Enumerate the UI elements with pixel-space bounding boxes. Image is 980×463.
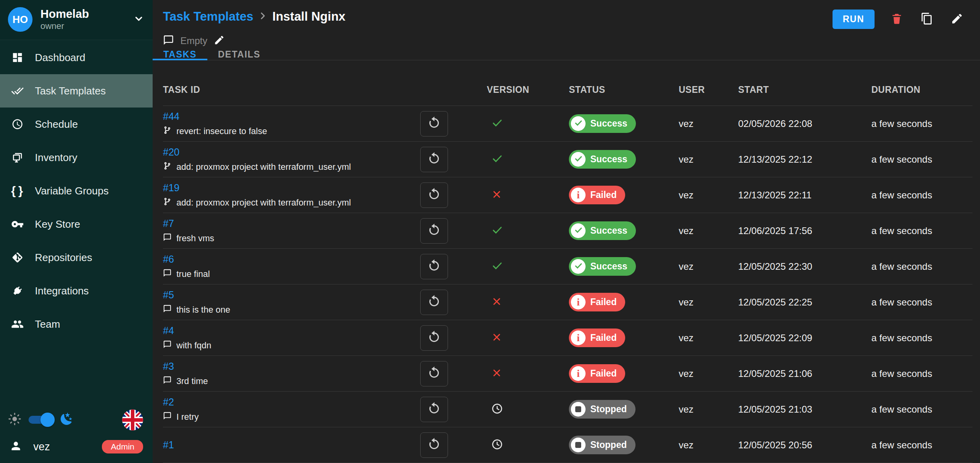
success-check-icon	[574, 226, 583, 236]
rerun-task-button[interactable]	[420, 147, 448, 172]
delete-button[interactable]	[889, 11, 905, 28]
task-id-link[interactable]: #2	[163, 396, 174, 408]
version-check-icon	[491, 159, 503, 166]
rerun-task-button[interactable]	[420, 183, 448, 208]
task-id-link[interactable]: #44	[163, 111, 180, 122]
breadcrumb-task-templates-link[interactable]: Task Templates	[163, 10, 253, 24]
sidebar-item-label: Integrations	[35, 285, 89, 297]
status-icon-circle: i	[571, 295, 586, 309]
moon-icon	[59, 412, 74, 428]
column-header-user: USER	[679, 85, 738, 95]
sidebar-item-dashboard[interactable]: Dashboard	[0, 41, 153, 74]
success-check-icon	[574, 119, 583, 129]
status-icon-circle	[571, 152, 586, 167]
status-icon-circle	[571, 116, 586, 131]
sidebar-item-integrations[interactable]: Integrations	[0, 274, 153, 307]
rerun-task-button[interactable]	[420, 325, 448, 351]
status-label: Failed	[590, 190, 616, 200]
table-row: #44revert: insecure to falseSuccessvez02…	[163, 106, 972, 142]
sidebar-item-repositories[interactable]: Repositories	[0, 241, 153, 274]
sidebar-item-task-templates[interactable]: Task Templates	[0, 74, 153, 108]
project-avatar: HO	[8, 7, 33, 32]
status-icon-circle	[571, 259, 586, 274]
sidebar-item-variable-groups[interactable]: { } Variable Groups	[0, 174, 153, 207]
task-id-link[interactable]: #3	[163, 361, 174, 372]
task-id-link[interactable]: #19	[163, 182, 180, 194]
task-start-time: 12/05/2025 21:06	[738, 368, 871, 379]
main-content: Task Templates Install Nginx RUN	[153, 0, 980, 463]
table-row: #6true finalSuccessvez12/05/2025 22:30a …	[163, 249, 972, 284]
dark-mode-toggle[interactable]	[29, 416, 53, 424]
rerun-task-button[interactable]	[420, 218, 448, 244]
edit-description-button[interactable]	[214, 35, 225, 47]
run-button[interactable]: RUN	[833, 10, 875, 29]
task-start-time: 12/13/2025 22:12	[738, 154, 871, 165]
restart-icon	[427, 330, 441, 346]
theme-switcher	[0, 406, 153, 434]
comment-icon	[163, 233, 172, 244]
language-uk-flag-icon[interactable]	[122, 409, 143, 430]
task-message: fresh vms	[163, 233, 406, 244]
task-id-link[interactable]: #1	[163, 439, 174, 451]
sidebar-footer: vez Admin	[0, 406, 153, 463]
task-start-time: 12/05/2025 22:09	[738, 332, 871, 344]
git-branch-icon	[163, 161, 172, 173]
version-cross-icon	[491, 194, 502, 201]
status-label: Stopped	[590, 440, 627, 450]
restart-icon	[427, 437, 441, 453]
status-icon-circle	[571, 402, 586, 417]
sidebar-item-key-store[interactable]: Key Store	[0, 207, 153, 241]
copy-icon	[921, 12, 933, 26]
tab-details[interactable]: DETAILS	[207, 49, 271, 60]
version-check-icon	[491, 123, 503, 130]
user-menu[interactable]: vez Admin	[0, 434, 153, 460]
sidebar-item-team[interactable]: Team	[0, 307, 153, 341]
edit-template-button[interactable]	[949, 11, 965, 28]
task-id-link[interactable]: #6	[163, 254, 174, 265]
task-user: vez	[679, 118, 738, 129]
success-check-icon	[574, 261, 583, 272]
rerun-task-button[interactable]	[420, 361, 448, 386]
tab-tasks[interactable]: TASKS	[153, 49, 207, 60]
task-id-link[interactable]: #7	[163, 218, 174, 229]
admin-badge: Admin	[102, 440, 143, 453]
task-id-link[interactable]: #4	[163, 325, 174, 336]
rerun-task-button[interactable]	[420, 397, 448, 422]
error-info-icon: i	[577, 369, 580, 379]
chevron-down-icon[interactable]	[133, 13, 145, 26]
rerun-task-button[interactable]	[420, 432, 448, 458]
sidebar-item-inventory[interactable]: Inventory	[0, 141, 153, 174]
header-actions: RUN	[833, 10, 965, 29]
copy-button[interactable]	[919, 11, 935, 28]
task-message: this is the one	[163, 304, 406, 315]
stop-square-icon	[575, 442, 581, 448]
task-message: add: proxmox project with terraform_user…	[163, 161, 406, 173]
restart-icon	[427, 366, 441, 381]
column-header-start: START	[738, 85, 871, 95]
task-user: vez	[679, 225, 738, 236]
status-badge: Success	[569, 150, 636, 169]
rerun-task-button[interactable]	[420, 254, 448, 279]
rerun-task-button[interactable]	[420, 290, 448, 315]
status-icon-circle: i	[571, 188, 586, 202]
table-row: #19add: proxmox project with terraform_u…	[163, 177, 972, 213]
task-user: vez	[679, 404, 738, 415]
table-row: #2I retryStoppedvez12/05/2025 21:03a few…	[163, 392, 972, 427]
schedule-icon	[10, 116, 25, 132]
task-user: vez	[679, 440, 738, 451]
project-switcher[interactable]: HO Homelab owner	[0, 0, 153, 40]
task-id-link[interactable]: #20	[163, 146, 180, 158]
status-icon-circle	[571, 438, 586, 452]
status-label: Success	[590, 261, 627, 272]
task-start-time: 12/05/2025 22:25	[738, 297, 871, 308]
restart-icon	[427, 223, 441, 238]
comment-icon	[163, 340, 172, 351]
rerun-task-button[interactable]	[420, 111, 448, 136]
task-duration: a few seconds	[871, 332, 972, 344]
task-message: revert: insecure to false	[163, 126, 406, 137]
task-id-link[interactable]: #5	[163, 289, 174, 301]
table-row: #7fresh vmsSuccessvez12/06/2025 17:56a f…	[163, 213, 972, 249]
pencil-icon	[951, 12, 963, 26]
sidebar-item-schedule[interactable]: Schedule	[0, 108, 153, 141]
person-icon	[10, 440, 22, 454]
